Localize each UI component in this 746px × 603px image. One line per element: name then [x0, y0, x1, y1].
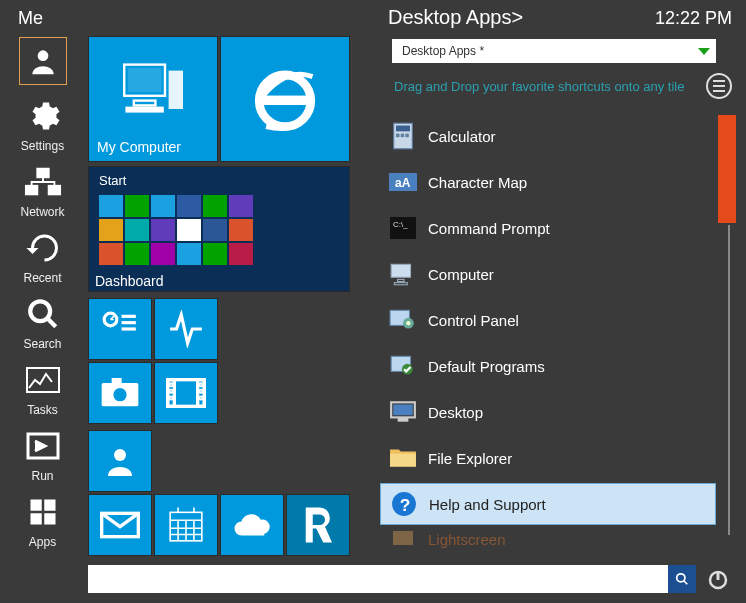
desktop-icon	[388, 397, 418, 427]
svg-text:aA: aA	[395, 176, 411, 190]
svg-rect-46	[391, 264, 410, 277]
sidebar-item-apps[interactable]: Apps	[0, 491, 85, 549]
tile-r[interactable]	[286, 494, 350, 556]
lightscreen-icon	[388, 529, 418, 549]
user-avatar[interactable]	[19, 37, 67, 85]
scroll-thumb[interactable]	[718, 115, 736, 223]
svg-rect-17	[259, 96, 311, 105]
tile-stats[interactable]	[88, 298, 152, 360]
bottom-bar	[88, 563, 734, 595]
app-item-help-and-support[interactable]: ? Help and Support	[380, 483, 716, 525]
calculator-icon	[388, 121, 418, 151]
svg-point-23	[113, 388, 126, 401]
tile-dashboard[interactable]: Start Dashboard	[88, 166, 350, 292]
user-icon	[27, 45, 59, 77]
folder-icon	[388, 443, 418, 473]
search-input[interactable]	[88, 565, 668, 593]
svg-rect-48	[394, 283, 407, 285]
svg-point-51	[406, 321, 410, 325]
svg-rect-12	[129, 69, 160, 91]
svg-rect-14	[134, 101, 156, 106]
person-icon	[102, 443, 138, 479]
app-list: Calculator aA Character Map C:\_ Command…	[380, 115, 716, 555]
search-button[interactable]	[668, 565, 696, 593]
calendar-icon	[167, 506, 205, 544]
svg-rect-38	[396, 126, 410, 132]
sidebar-item-search[interactable]: Search	[0, 293, 85, 351]
svg-rect-39	[396, 134, 400, 138]
svg-point-31	[200, 384, 202, 386]
search-icon	[675, 572, 689, 586]
app-item-command-prompt[interactable]: C:\_ Command Prompt	[380, 207, 716, 249]
app-label: Command Prompt	[428, 220, 550, 237]
svg-point-34	[114, 449, 126, 461]
app-item-control-panel[interactable]: Control Panel	[380, 299, 716, 341]
sidebar-item-tasks[interactable]: Tasks	[0, 359, 85, 417]
sidebar-item-run[interactable]: Run	[0, 425, 85, 483]
svg-rect-41	[405, 134, 409, 138]
app-label: Lightscreen	[428, 531, 506, 548]
svg-rect-20	[122, 321, 136, 324]
clock: 12:22 PM	[655, 8, 732, 29]
sidebar-label-run: Run	[31, 469, 53, 483]
app-item-computer[interactable]: Computer	[380, 253, 716, 295]
tasks-icon	[19, 359, 67, 401]
r-icon	[297, 504, 339, 546]
app-label: Control Panel	[428, 312, 519, 329]
svg-point-30	[170, 397, 172, 399]
svg-point-4	[30, 301, 50, 321]
tile-cloud[interactable]	[220, 494, 284, 556]
category-dropdown[interactable]: Desktop Apps *	[392, 39, 716, 63]
network-icon	[19, 161, 67, 203]
power-icon	[706, 567, 730, 591]
svg-rect-47	[398, 279, 404, 281]
app-item-desktop[interactable]: Desktop	[380, 391, 716, 433]
sidebar-item-settings[interactable]: Settings	[0, 95, 85, 153]
svg-rect-10	[44, 513, 55, 524]
power-button[interactable]	[702, 563, 734, 595]
video-icon	[166, 377, 206, 409]
svg-rect-15	[127, 108, 163, 112]
svg-text:?: ?	[400, 495, 411, 515]
svg-rect-1	[37, 169, 48, 178]
sidebar-item-recent[interactable]: Recent	[0, 227, 85, 285]
app-label: Character Map	[428, 174, 527, 191]
svg-rect-24	[112, 378, 122, 385]
tile-my-computer[interactable]: My Computer	[88, 36, 218, 162]
tile-activity[interactable]	[154, 298, 218, 360]
tile-calendar[interactable]	[154, 494, 218, 556]
tile-mail[interactable]	[88, 494, 152, 556]
svg-rect-21	[122, 327, 136, 330]
cloud-icon	[231, 511, 273, 539]
svg-rect-13	[170, 72, 182, 108]
sidebar-label-tasks: Tasks	[27, 403, 58, 417]
svg-rect-56	[399, 418, 408, 420]
list-view-icon[interactable]	[706, 73, 732, 99]
sidebar-label-network: Network	[20, 205, 64, 219]
help-icon: ?	[389, 489, 419, 519]
app-item-lightscreen[interactable]: Lightscreen	[380, 529, 716, 549]
svg-point-29	[170, 391, 172, 393]
app-item-file-explorer[interactable]: File Explorer	[380, 437, 716, 479]
tile-contact[interactable]	[88, 430, 152, 492]
tile-label-my-computer: My Computer	[97, 139, 181, 155]
svg-rect-55	[393, 404, 412, 415]
tile-video[interactable]	[154, 362, 218, 424]
hint-text: Drag and Drop your favorite shortcuts on…	[394, 79, 684, 94]
app-item-calculator[interactable]: Calculator	[380, 115, 716, 157]
tile-ie[interactable]	[220, 36, 350, 162]
computer-icon	[97, 43, 209, 139]
computer-icon	[388, 259, 418, 289]
svg-point-61	[677, 574, 685, 582]
dropdown-label: Desktop Apps *	[402, 44, 484, 58]
app-item-default-programs[interactable]: Default Programs	[380, 345, 716, 387]
sidebar-item-network[interactable]: Network	[0, 161, 85, 219]
app-label: File Explorer	[428, 450, 512, 467]
app-item-character-map[interactable]: aA Character Map	[380, 161, 716, 203]
tile-camera[interactable]	[88, 362, 152, 424]
scrollbar[interactable]	[722, 115, 736, 535]
svg-point-28	[170, 384, 172, 386]
sidebar-label-settings: Settings	[21, 139, 64, 153]
right-panel-title: Desktop Apps>	[388, 6, 523, 29]
camera-icon	[100, 377, 140, 409]
